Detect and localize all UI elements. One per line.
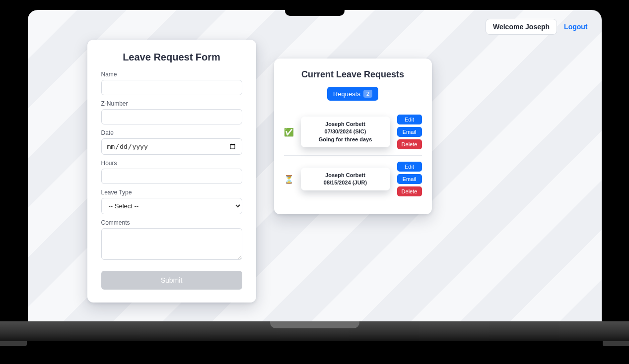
requests-card: Current Leave Requests Requests 2 ✅ Jose… — [274, 59, 432, 214]
request-row: ⏳ Joseph Corbett 08/15/2024 (JUR) Edit E… — [284, 156, 422, 202]
content-area: Leave Request Form Name Z-Number Date Ho… — [28, 10, 602, 303]
edit-button[interactable]: Edit — [397, 115, 422, 124]
requests-button[interactable]: Requests 2 — [327, 87, 378, 101]
label-comments: Comments — [101, 219, 242, 226]
request-name: Joseph Corbett — [307, 121, 384, 128]
delete-button[interactable]: Delete — [397, 139, 422, 149]
request-actions: Edit Email Delete — [397, 115, 422, 149]
welcome-chip: Welcome Joseph — [486, 19, 557, 35]
request-note: Going for three days — [307, 136, 384, 143]
requests-title: Current Leave Requests — [284, 69, 422, 80]
laptop-frame: Welcome Joseph Logout Leave Request Form… — [22, 5, 608, 346]
request-date: 08/15/2024 (JUR) — [307, 179, 384, 186]
laptop-notch — [285, 5, 345, 16]
label-leave-type: Leave Type — [101, 189, 242, 196]
requests-button-label: Requests — [333, 90, 360, 98]
request-summary: Joseph Corbett 07/30/2024 (SIC) Going fo… — [301, 117, 390, 147]
edit-button[interactable]: Edit — [397, 162, 422, 172]
label-hours: Hours — [101, 160, 242, 167]
requests-count-badge: 2 — [363, 90, 372, 98]
status-approved-icon: ✅ — [284, 127, 294, 137]
delete-button[interactable]: Delete — [397, 186, 422, 196]
comments-textarea[interactable] — [101, 228, 242, 260]
request-row: ✅ Joseph Corbett 07/30/2024 (SIC) Going … — [284, 109, 422, 156]
topbar: Welcome Joseph Logout — [486, 19, 588, 35]
laptop-base — [0, 321, 629, 341]
status-pending-icon: ⏳ — [284, 175, 294, 184]
name-input[interactable] — [101, 80, 242, 95]
date-input[interactable] — [101, 138, 242, 155]
hours-input[interactable] — [101, 169, 242, 184]
laptop-bezel: Welcome Joseph Logout Leave Request Form… — [22, 5, 608, 321]
request-date: 07/30/2024 (SIC) — [307, 128, 384, 135]
label-name: Name — [101, 71, 242, 78]
request-name: Joseph Corbett — [307, 172, 384, 179]
request-actions: Edit Email Delete — [397, 162, 422, 196]
znumber-input[interactable] — [101, 109, 242, 124]
label-date: Date — [101, 129, 242, 136]
request-summary: Joseph Corbett 08/15/2024 (JUR) — [301, 168, 390, 191]
label-znumber: Z-Number — [101, 100, 242, 107]
submit-button[interactable]: Submit — [101, 271, 242, 290]
laptop-feet — [0, 341, 629, 346]
leave-form-card: Leave Request Form Name Z-Number Date Ho… — [87, 40, 256, 303]
email-button[interactable]: Email — [397, 174, 422, 184]
form-title: Leave Request Form — [101, 52, 242, 63]
app-screen: Welcome Joseph Logout Leave Request Form… — [28, 10, 602, 321]
logout-link[interactable]: Logout — [564, 23, 587, 31]
leave-type-select[interactable]: -- Select -- — [101, 198, 242, 214]
email-button[interactable]: Email — [397, 127, 422, 137]
